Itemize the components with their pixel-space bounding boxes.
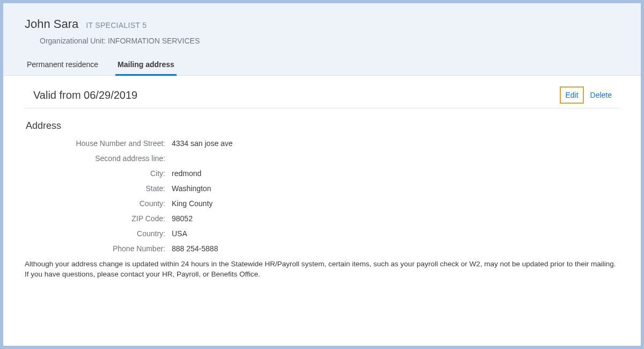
- delete-button[interactable]: Delete: [587, 89, 615, 101]
- field-phone: Phone Number: 888 254-5888: [25, 244, 619, 253]
- job-title: IT SPECIALIST 5: [86, 21, 147, 30]
- field-second-line: Second address line:: [25, 154, 619, 163]
- field-state: State: Washington: [25, 184, 619, 193]
- field-value: USA: [170, 229, 187, 238]
- field-value: Washington: [170, 184, 211, 193]
- disclaimer-text: Although your address change is updated …: [25, 259, 619, 280]
- field-value: 888 254-5888: [170, 244, 218, 253]
- fields: House Number and Street: 4334 san jose a…: [25, 139, 619, 253]
- field-label: State:: [25, 184, 170, 193]
- valid-date: 06/29/2019: [84, 89, 137, 101]
- field-value: 98052: [170, 214, 193, 223]
- field-label: County:: [25, 199, 170, 208]
- person-name: John Sara: [25, 17, 78, 31]
- valid-bar: Valid from 06/29/2019 Edit Delete: [25, 76, 619, 108]
- org-value: INFORMATION SERVICES: [108, 37, 200, 45]
- field-value: King County: [170, 199, 213, 208]
- field-label: House Number and Street:: [25, 139, 170, 148]
- org-label: Organizational Unit:: [40, 37, 106, 45]
- field-label: City:: [25, 169, 170, 178]
- field-house-street: House Number and Street: 4334 san jose a…: [25, 139, 619, 148]
- content: Valid from 06/29/2019 Edit Delete Addres…: [3, 76, 641, 280]
- tabs: Permanent residence Mailing address: [25, 56, 619, 75]
- valid-prefix: Valid from: [33, 89, 81, 101]
- edit-button[interactable]: Edit: [562, 89, 581, 101]
- field-label: Second address line:: [25, 154, 170, 163]
- field-label: ZIP Code:: [25, 214, 170, 223]
- field-label: Country:: [25, 229, 170, 238]
- valid-from-text: Valid from 06/29/2019: [33, 89, 137, 101]
- tab-mailing-address[interactable]: Mailing address: [115, 56, 177, 76]
- field-value: redmond: [170, 169, 201, 178]
- field-zip: ZIP Code: 98052: [25, 214, 619, 223]
- actions: Edit Delete: [562, 89, 615, 101]
- field-county: County: King County: [25, 199, 619, 208]
- page: John Sara IT SPECIALIST 5 Organizational…: [3, 3, 641, 346]
- tab-permanent-residence[interactable]: Permanent residence: [25, 56, 100, 76]
- org-unit: Organizational Unit: INFORMATION SERVICE…: [40, 37, 619, 45]
- field-city: City: redmond: [25, 169, 619, 178]
- field-country: Country: USA: [25, 229, 619, 238]
- field-value: 4334 san jose ave: [170, 139, 233, 148]
- header: John Sara IT SPECIALIST 5 Organizational…: [3, 3, 641, 76]
- section-title-address: Address: [26, 120, 619, 132]
- name-line: John Sara IT SPECIALIST 5: [25, 17, 619, 31]
- field-label: Phone Number:: [25, 244, 170, 253]
